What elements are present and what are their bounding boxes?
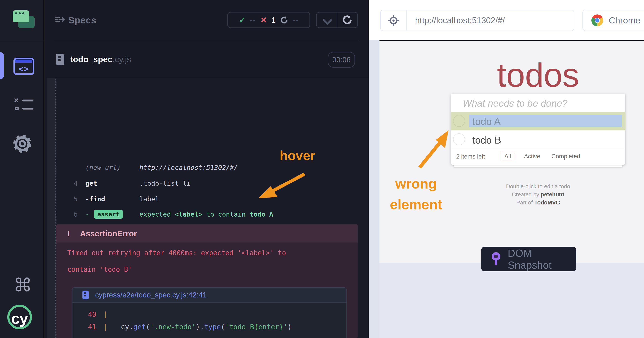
- assert-message: expected <label> to contain todo A: [139, 210, 273, 218]
- passed-icon: ✓: [239, 15, 246, 25]
- command-number: 4: [56, 179, 78, 187]
- command-args: .todo-list li: [139, 179, 190, 187]
- spec-title[interactable]: todo_spec.cy.js: [70, 54, 131, 64]
- error-block: ! AssertionError Timed out retrying afte…: [56, 224, 358, 338]
- specs-list-icon: [55, 14, 66, 25]
- pending-count: --: [293, 16, 299, 24]
- code-glyph: <>: [15, 64, 33, 74]
- code-frame: cypress/e2e/todo_spec.cy.js:42:41 40|41|…: [72, 287, 347, 338]
- hover-annotation: hover: [280, 148, 315, 163]
- command-args: label: [139, 195, 159, 203]
- url-input[interactable]: http://localhost:51302/#/: [407, 15, 505, 25]
- command-row[interactable]: 5-findlabel: [56, 192, 358, 206]
- command-name: -find: [85, 195, 105, 203]
- command-name: get: [85, 179, 97, 187]
- spec-duration: 00:06: [328, 52, 355, 68]
- chrome-icon: [591, 14, 604, 26]
- reporter-controls: [316, 12, 358, 28]
- browser-name: Chrome: [609, 15, 640, 25]
- todo-app-card: What needs to be done? todo Atodo B 2 it…: [451, 94, 625, 164]
- code-token: ).: [196, 323, 204, 331]
- browsers-icon[interactable]: [13, 10, 35, 29]
- test-body: (new url)http://localhost:51302/#/4get.t…: [47, 78, 369, 338]
- selector-playground-button[interactable]: [381, 10, 407, 30]
- code-token: 'todo B{enter}': [225, 323, 288, 331]
- failed-icon: ✕: [260, 15, 267, 25]
- pin-icon: [491, 252, 501, 266]
- stacked-sheet: [452, 163, 624, 165]
- info-line: Part of TodoMVC: [451, 199, 625, 206]
- filter-active[interactable]: Active: [522, 152, 542, 161]
- code-token: '.new-todo': [150, 323, 196, 331]
- dom-snapshot-badge: DOM Snapshot: [481, 247, 576, 271]
- reporter-panel: Specs ✓ -- ✕ 1 --: [44, 0, 369, 338]
- sidebar: <> × ⌘ cy: [0, 0, 44, 338]
- panel-resizer[interactable]: [369, 40, 380, 338]
- items-left-count: 2 items left: [456, 153, 485, 160]
- stats-summary[interactable]: ✓ -- ✕ 1 --: [228, 12, 310, 28]
- todo-label[interactable]: todo B: [472, 134, 501, 146]
- specs-nav-icon[interactable]: <>: [14, 58, 34, 75]
- browser-window-front: [13, 10, 29, 22]
- code-line-number: 40: [81, 310, 96, 318]
- todo-toggle[interactable]: [453, 115, 465, 127]
- code-token: (: [146, 323, 150, 331]
- selection-highlight: todo A: [469, 115, 622, 127]
- filter-all[interactable]: All: [501, 152, 514, 161]
- todo-label[interactable]: todo A: [472, 116, 500, 127]
- list-bar: [22, 99, 34, 101]
- todo-item[interactable]: todo A: [451, 112, 625, 130]
- spec-file-icon: [56, 53, 65, 66]
- code-token: type: [204, 323, 221, 331]
- command-name: (new url): [85, 164, 121, 171]
- rerun-button[interactable]: [337, 12, 357, 27]
- new-todo-placeholder: What needs to be done?: [463, 98, 568, 109]
- code-line-number: 41: [81, 323, 96, 331]
- settings-icon[interactable]: [12, 134, 32, 154]
- code-line-separator: |: [103, 310, 108, 318]
- command-row[interactable]: 4get.todo-list li: [56, 177, 358, 190]
- stacked-sheet: [454, 165, 622, 167]
- todo-app-info: Double-click to edit a todoCreated by pe…: [451, 183, 625, 208]
- code-line: 41| cy.get('.new-todo').type('todo B{ent…: [72, 323, 346, 334]
- active-item-indicator: [0, 52, 4, 79]
- keyboard-shortcuts-icon[interactable]: ⌘: [14, 276, 32, 294]
- assert-badge: assert: [94, 210, 123, 219]
- info-line: Created by petehunt: [451, 191, 625, 198]
- error-message-line: contain 'todo B': [67, 266, 132, 273]
- app-toolbar: http://localhost:51302/#/ Chrome: [369, 0, 644, 40]
- chevron-down-icon: [323, 15, 332, 25]
- error-header: ! AssertionError: [56, 224, 358, 243]
- cypress-logo[interactable]: cy: [7, 305, 32, 329]
- todo-list: todo Atodo B: [451, 112, 625, 149]
- collapse-button[interactable]: [317, 12, 337, 27]
- code-text: cy.get('.new-todo').type('todo B{enter}'…: [112, 323, 292, 331]
- sidebar-divider: [0, 41, 44, 41]
- cypress-logo-text: cy: [10, 310, 30, 328]
- viewport-bottom-area: [380, 263, 644, 338]
- wrong-element-arrow: [412, 125, 453, 172]
- command-url: http://localhost:51302/#/: [139, 164, 238, 171]
- passed-count: --: [250, 16, 256, 24]
- new-todo-input[interactable]: What needs to be done?: [451, 94, 625, 112]
- error-message-line: Timed out retrying after 4000ms: expecte…: [67, 249, 286, 257]
- failed-count: 1: [271, 16, 276, 24]
- command-row[interactable]: 6-assertexpected <label> to contain todo…: [56, 208, 358, 221]
- info-line: Double-click to edit a todo: [451, 183, 625, 190]
- code-token: cy.: [112, 323, 133, 331]
- wrong-element-annotation: wrong element: [380, 173, 452, 215]
- filter-completed[interactable]: Completed: [550, 152, 582, 161]
- todos-title: todos: [451, 56, 625, 94]
- code-token: get: [133, 323, 146, 331]
- runs-nav-icon[interactable]: ×: [14, 98, 33, 113]
- assert-dash: -: [85, 210, 89, 218]
- error-bang: !: [67, 229, 70, 238]
- todo-item[interactable]: todo B: [451, 130, 625, 149]
- todo-footer: 2 items left AllActiveCompleted: [451, 149, 625, 164]
- dom-snapshot-label: DOM Snapshot: [508, 247, 576, 271]
- browser-select-button[interactable]: Chrome: [582, 9, 644, 31]
- code-frame-header[interactable]: cypress/e2e/todo_spec.cy.js:42:41: [72, 288, 346, 303]
- window-titlebar: [16, 59, 32, 63]
- todo-toggle[interactable]: [453, 133, 465, 145]
- specs-title: Specs: [68, 15, 96, 25]
